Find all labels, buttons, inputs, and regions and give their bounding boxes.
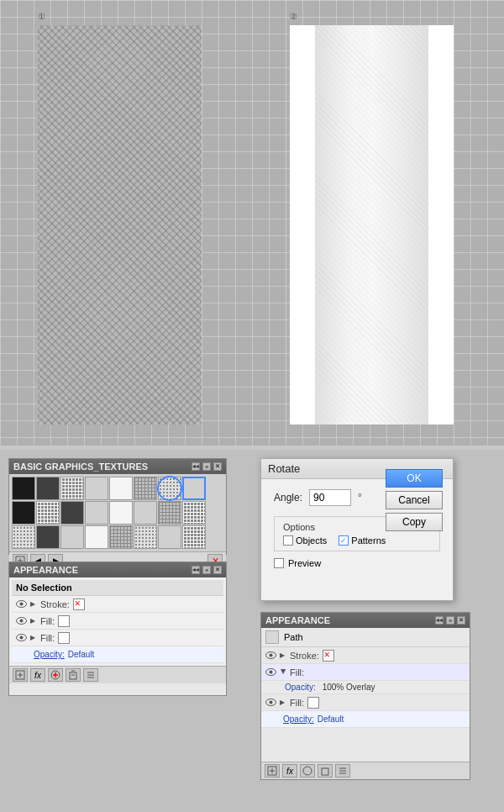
- fill2-color-box[interactable]: [58, 632, 70, 644]
- texture-swatch[interactable]: [36, 477, 60, 500]
- artboard-1: [38, 25, 202, 424]
- appearance-right-titlebar: APPEARANCE ◂◂ ≡ ✕: [261, 613, 470, 628]
- arrow-icon-3: ▶: [30, 634, 37, 641]
- right-new-btn[interactable]: [265, 764, 280, 778]
- texture-swatch[interactable]: [158, 501, 181, 525]
- svg-rect-15: [70, 672, 76, 679]
- eye-icon-2[interactable]: [15, 617, 27, 625]
- texture-swatch[interactable]: [109, 525, 133, 549]
- texture-swatch[interactable]: [134, 477, 157, 500]
- texture-swatch[interactable]: [60, 525, 84, 549]
- artboard-2-texture: [315, 25, 428, 424]
- right-arrow-3: ▶: [280, 699, 286, 706]
- fill2-row: ▶ Fill:: [12, 630, 223, 646]
- texture-swatch[interactable]: [60, 501, 84, 525]
- texture-swatch[interactable]: [12, 501, 35, 525]
- right-fx-btn[interactable]: fx: [282, 764, 297, 778]
- patterns-label: Patterns: [351, 535, 386, 546]
- texture-swatch[interactable]: [85, 525, 108, 549]
- panel-menu-btn[interactable]: ≡: [202, 462, 211, 471]
- opacity-row: Opacity: Default: [12, 646, 223, 663]
- texture-swatch[interactable]: [36, 525, 60, 549]
- panels-area: BASIC GRAPHICS_TEXTURES ◂◂ ≡ ✕: [0, 450, 504, 812]
- svg-point-24: [269, 671, 272, 674]
- textures-panel: BASIC GRAPHICS_TEXTURES ◂◂ ≡ ✕: [8, 458, 227, 555]
- texture-swatch[interactable]: [134, 525, 157, 549]
- opacity-label[interactable]: Opacity:: [34, 650, 65, 659]
- objects-checkbox[interactable]: [283, 535, 293, 546]
- cancel-button[interactable]: Cancel: [386, 491, 443, 509]
- copy-item-btn[interactable]: [48, 668, 63, 682]
- ok-button[interactable]: OK: [386, 469, 443, 488]
- path-header: Path: [261, 628, 470, 647]
- fill1-label: Fill:: [40, 616, 55, 626]
- copy-button[interactable]: Copy: [386, 513, 443, 531]
- arrow-icon: ▶: [30, 600, 37, 608]
- right-delete-btn[interactable]: [318, 764, 333, 778]
- textures-grid: [9, 474, 226, 551]
- arrow-icon-2: ▶: [30, 617, 37, 625]
- patterns-checkbox[interactable]: [339, 535, 349, 546]
- fill1-color-box[interactable]: [58, 615, 70, 627]
- texture-swatch[interactable]: [12, 525, 35, 549]
- texture-swatch[interactable]: [182, 501, 206, 525]
- svg-point-8: [19, 636, 23, 640]
- appearance-left-panel: APPEARANCE ◂◂ ≡ ✕ No Selection ▶ Stroke:: [8, 562, 227, 696]
- canvas-area: ① ②: [0, 0, 504, 446]
- texture-swatch[interactable]: [134, 501, 157, 525]
- preview-checkbox[interactable]: [274, 558, 284, 568]
- texture-swatch[interactable]: [85, 501, 108, 525]
- eye-icon-3[interactable]: [15, 634, 27, 642]
- texture-swatch[interactable]: [60, 477, 84, 500]
- right-copy-btn[interactable]: [300, 764, 315, 778]
- texture-swatch[interactable]: [36, 501, 60, 525]
- texture-swatch[interactable]: [182, 525, 206, 549]
- arrange-btn[interactable]: [83, 668, 98, 682]
- opacity2-value: Default: [318, 714, 344, 724]
- svg-point-4: [19, 603, 23, 606]
- panel-collapse-btn2[interactable]: ◂◂: [192, 566, 200, 574]
- panel-close-btn3[interactable]: ✕: [457, 616, 465, 625]
- rotate-dialog: Rotate Angle: ° Options Objects Patterns: [260, 458, 454, 601]
- texture-swatch[interactable]: [158, 477, 181, 500]
- texture-swatch[interactable]: [109, 477, 133, 500]
- right-eye-2[interactable]: [265, 668, 276, 677]
- right-eye-3[interactable]: [265, 699, 276, 707]
- right-stroke-color[interactable]: [323, 650, 334, 662]
- path-icon: [265, 630, 279, 644]
- opacity2-label[interactable]: Opacity:: [283, 714, 314, 724]
- right-stroke-label: Stroke:: [290, 651, 319, 661]
- eye-icon[interactable]: [15, 600, 27, 609]
- svg-point-22: [269, 654, 272, 657]
- panel-close-btn2[interactable]: ✕: [213, 566, 222, 574]
- new-layer-btn[interactable]: [13, 668, 28, 682]
- stroke-color-box[interactable]: [73, 598, 85, 610]
- panel-collapse-btn[interactable]: ◂◂: [192, 462, 200, 471]
- opacity-value: Default: [68, 650, 95, 659]
- panel-close-btn[interactable]: ✕: [213, 462, 222, 471]
- svg-rect-31: [322, 768, 328, 775]
- texture-swatch[interactable]: [109, 501, 133, 525]
- texture-swatch[interactable]: [158, 525, 181, 549]
- panel-collapse-btn3[interactable]: ◂◂: [435, 616, 444, 625]
- angle-input[interactable]: [309, 489, 351, 506]
- textures-panel-titlebar: BASIC GRAPHICS_TEXTURES ◂◂ ≡ ✕: [9, 459, 226, 474]
- panel-menu-btn3[interactable]: ≡: [446, 616, 454, 625]
- fill1-row: ▶ Fill:: [12, 613, 223, 630]
- texture-swatch[interactable]: [12, 477, 35, 500]
- right-opacity2-row: Opacity: Default: [261, 711, 470, 728]
- delete-item-btn[interactable]: [66, 668, 81, 682]
- panel-menu-btn2[interactable]: ≡: [202, 566, 211, 574]
- right-fill2-row: ▶ Fill:: [261, 694, 470, 711]
- opacity1-label[interactable]: Opacity:: [285, 683, 316, 692]
- objects-label: Objects: [296, 535, 327, 546]
- artboard-2-label: ②: [290, 12, 297, 21]
- right-fill2-color[interactable]: [307, 697, 319, 709]
- fx-btn[interactable]: fx: [30, 668, 45, 682]
- no-selection-header: No Selection: [12, 580, 223, 596]
- texture-swatch[interactable]: [85, 477, 108, 500]
- texture-swatch[interactable]: [182, 477, 206, 500]
- svg-point-6: [19, 620, 23, 623]
- right-eye-1[interactable]: [265, 651, 276, 660]
- right-arrange-btn[interactable]: [335, 764, 350, 778]
